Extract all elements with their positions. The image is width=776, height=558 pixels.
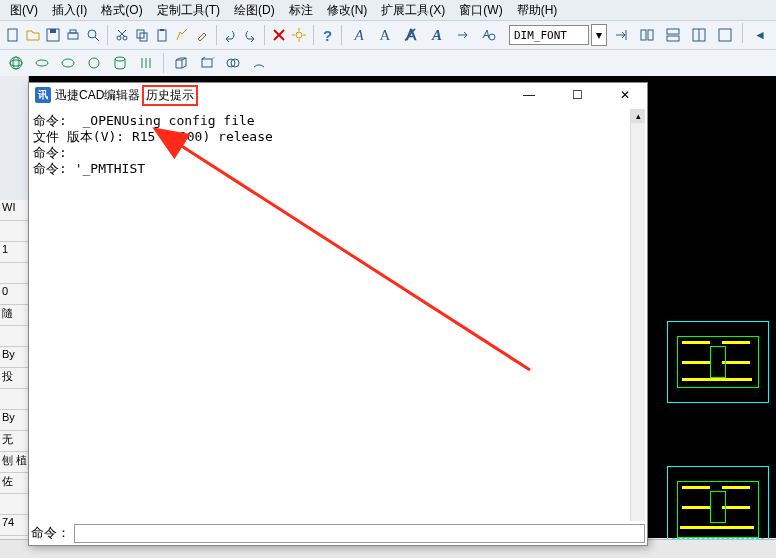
side-cell[interactable] <box>0 389 28 410</box>
svg-point-37 <box>89 58 99 68</box>
menu-annotate[interactable]: 标注 <box>283 0 319 21</box>
side-property-grid: WI 1 0 隨 By 投 By 无 刨 植 佐 74 <box>0 200 28 557</box>
cut-icon[interactable] <box>113 23 131 47</box>
side-cell[interactable]: 1 <box>0 242 28 263</box>
svg-rect-13 <box>158 30 166 41</box>
font-style-a2[interactable]: A <box>373 23 397 47</box>
dim-apply-icon[interactable] <box>609 23 633 47</box>
menu-format[interactable]: 格式(O) <box>95 0 148 21</box>
layout3-icon[interactable] <box>687 23 711 47</box>
side-cell[interactable]: 佐 <box>0 473 28 494</box>
help-icon[interactable]: ? <box>319 23 336 47</box>
ellipse2-icon[interactable] <box>56 51 80 75</box>
side-cell[interactable]: 无 <box>0 431 28 452</box>
font-arrow-icon[interactable] <box>451 23 475 47</box>
side-cell[interactable] <box>0 326 28 347</box>
brush-icon[interactable] <box>193 23 211 47</box>
rings-icon[interactable] <box>221 51 245 75</box>
preview-icon[interactable] <box>84 23 102 47</box>
menu-custom-tools[interactable]: 定制工具(T) <box>151 0 226 21</box>
side-cell[interactable]: By <box>0 410 28 431</box>
separator <box>742 23 743 43</box>
separator <box>341 25 342 45</box>
side-cell[interactable]: 0 <box>0 284 28 305</box>
layout4-icon[interactable] <box>713 23 737 47</box>
svg-rect-2 <box>50 29 56 33</box>
svg-point-17 <box>296 32 302 38</box>
open-icon[interactable] <box>24 23 42 47</box>
menu-window[interactable]: 窗口(W) <box>453 0 508 21</box>
svg-point-36 <box>62 59 74 67</box>
scroll-up-icon[interactable]: ▴ <box>631 109 645 123</box>
command-input[interactable] <box>74 524 645 543</box>
svg-point-35 <box>36 60 48 66</box>
undo-icon[interactable] <box>221 23 239 47</box>
new-icon[interactable] <box>4 23 22 47</box>
side-cell[interactable]: WI <box>0 200 28 221</box>
shapes-toolbar <box>0 50 776 77</box>
side-cell[interactable]: 刨 植 <box>0 452 28 473</box>
bars-icon[interactable] <box>134 51 158 75</box>
layout2-icon[interactable] <box>661 23 685 47</box>
history-text-body: 命令: _OPENUsing config file 文件 版本(V): R15… <box>31 109 629 521</box>
svg-point-34 <box>13 57 19 69</box>
cylinder-icon[interactable] <box>108 51 132 75</box>
side-cell[interactable] <box>0 263 28 284</box>
copy-icon[interactable] <box>133 23 151 47</box>
ellipse-icon[interactable] <box>30 51 54 75</box>
menu-extend-tools[interactable]: 扩展工具(X) <box>375 0 451 21</box>
svg-rect-25 <box>641 30 646 40</box>
svg-rect-31 <box>719 29 731 41</box>
save-icon[interactable] <box>44 23 62 47</box>
match-icon[interactable] <box>173 23 191 47</box>
dim-font-dropdown[interactable]: ▾ <box>591 24 607 46</box>
maximize-button[interactable]: ☐ <box>561 85 593 105</box>
history-title-app: 迅捷CAD编辑器 <box>55 87 140 104</box>
box-icon[interactable] <box>169 51 193 75</box>
box2-icon[interactable] <box>195 51 219 75</box>
history-scrollbar[interactable]: ▴ <box>630 109 645 521</box>
svg-rect-26 <box>648 30 653 40</box>
svg-point-5 <box>88 30 96 38</box>
svg-rect-28 <box>667 36 679 41</box>
side-cell[interactable] <box>0 221 28 242</box>
right-toolbar: ◄ <box>635 23 772 47</box>
cad-drawing-preview-1 <box>662 306 772 416</box>
print-icon[interactable] <box>64 23 82 47</box>
history-title-suffix: 历史提示 <box>142 85 198 106</box>
minimize-button[interactable]: — <box>513 85 545 105</box>
history-titlebar[interactable]: 讯 迅捷CAD编辑器 历史提示 — ☐ ✕ <box>29 83 647 107</box>
menu-help[interactable]: 帮助(H) <box>511 0 564 21</box>
font-find-icon[interactable]: A <box>477 23 501 47</box>
menu-view[interactable]: 图(V) <box>4 0 44 21</box>
oval-icon[interactable] <box>82 51 106 75</box>
svg-line-46 <box>212 57 215 59</box>
svg-point-33 <box>10 60 22 66</box>
main-toolbar: ? A A A̸ A A ▾ ◄ <box>0 21 776 50</box>
globe-icon[interactable] <box>4 51 28 75</box>
paste-icon[interactable] <box>153 23 171 47</box>
menu-modify[interactable]: 修改(N) <box>321 0 374 21</box>
separator <box>264 25 265 45</box>
delete-x-icon[interactable] <box>270 23 288 47</box>
side-cell[interactable] <box>0 494 28 515</box>
burst-icon[interactable] <box>290 23 308 47</box>
side-cell[interactable]: By <box>0 347 28 368</box>
menu-bar: 图(V) 插入(I) 格式(O) 定制工具(T) 绘图(D) 标注 修改(N) … <box>0 0 776 21</box>
side-cell[interactable]: 隨 <box>0 305 28 326</box>
menu-draw[interactable]: 绘图(D) <box>228 0 281 21</box>
close-button[interactable]: ✕ <box>609 85 641 105</box>
dim-font-input[interactable] <box>509 25 589 45</box>
side-cell[interactable]: 74 <box>0 515 28 536</box>
nav-left-icon[interactable]: ◄ <box>748 23 772 47</box>
command-prompt-label: 命令： <box>31 524 74 542</box>
arc-icon[interactable] <box>247 51 271 75</box>
font-style-a3[interactable]: A̸ <box>399 23 423 47</box>
font-style-a4[interactable]: A <box>425 23 449 47</box>
layout1-icon[interactable] <box>635 23 659 47</box>
font-style-a1[interactable]: A <box>347 23 371 47</box>
redo-icon[interactable] <box>241 23 259 47</box>
side-cell[interactable]: 投 <box>0 368 28 389</box>
menu-insert[interactable]: 插入(I) <box>46 0 93 21</box>
svg-rect-3 <box>68 33 78 39</box>
